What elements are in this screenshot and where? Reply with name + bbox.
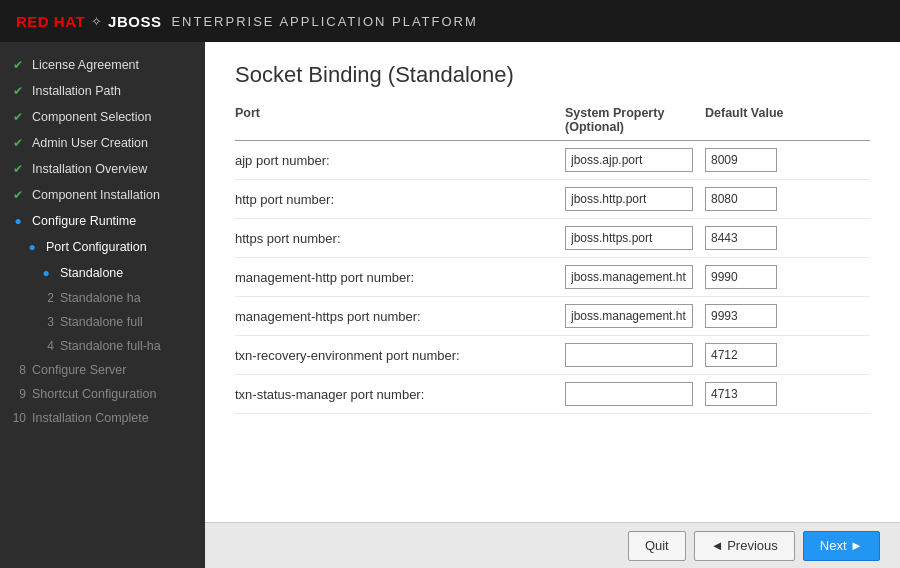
sidebar-label: License Agreement xyxy=(32,58,139,72)
sidebar-label: Admin User Creation xyxy=(32,136,148,150)
default-cell xyxy=(705,343,835,367)
sidebar-item-shortcut-config[interactable]: 9 Shortcut Configuration xyxy=(0,382,205,406)
sidebar-label: Standalone full-ha xyxy=(60,339,161,353)
sidebar-item-component-sel[interactable]: ✔ Component Selection xyxy=(0,104,205,130)
step-num: 3 xyxy=(38,315,54,329)
sysprop-cell xyxy=(565,187,705,211)
txn-status-default-input[interactable] xyxy=(705,382,777,406)
sysprop-cell xyxy=(565,226,705,250)
sidebar-item-port-config[interactable]: ● Port Configuration xyxy=(0,234,205,260)
http-default-input[interactable] xyxy=(705,187,777,211)
port-row-mgmt-http: management-http port number: xyxy=(235,258,870,297)
port-label: txn-recovery-environment port number: xyxy=(235,348,565,363)
step-num: 8 xyxy=(10,363,26,377)
default-cell xyxy=(705,148,835,172)
default-cell xyxy=(705,226,835,250)
port-row-ajp: ajp port number: xyxy=(235,141,870,180)
previous-button[interactable]: ◄ Previous xyxy=(694,531,795,561)
sidebar-item-install-complete[interactable]: 10 Installation Complete xyxy=(0,406,205,430)
col-sysprop-header: System Property(Optional) xyxy=(565,106,705,134)
sidebar-item-standalone-full[interactable]: 3 Standalone full xyxy=(0,310,205,334)
check-icon: ✔ xyxy=(10,187,26,203)
mgmt-http-sysprop-input[interactable] xyxy=(565,265,693,289)
sidebar-item-admin-user[interactable]: ✔ Admin User Creation xyxy=(0,130,205,156)
sidebar-label: Standalone full xyxy=(60,315,143,329)
circle-active-icon: ● xyxy=(24,239,40,255)
sysprop-cell xyxy=(565,382,705,406)
sidebar-item-component-install[interactable]: ✔ Component Installation xyxy=(0,182,205,208)
hat-icon: ✧ xyxy=(91,14,102,29)
check-icon: ✔ xyxy=(10,135,26,151)
page-title: Socket Binding (Standalone) xyxy=(235,62,870,88)
port-row-mgmt-https: management-https port number: xyxy=(235,297,870,336)
sidebar-label: Standalone xyxy=(60,266,123,280)
sysprop-cell xyxy=(565,304,705,328)
default-cell xyxy=(705,382,835,406)
mgmt-https-sysprop-input[interactable] xyxy=(565,304,693,328)
sidebar-item-configure-server[interactable]: 8 Configure Server xyxy=(0,358,205,382)
sidebar: ✔ License Agreement ✔ Installation Path … xyxy=(0,42,205,568)
sidebar-item-standalone[interactable]: ● Standalone xyxy=(0,260,205,286)
port-label: http port number: xyxy=(235,192,565,207)
http-sysprop-input[interactable] xyxy=(565,187,693,211)
logo: RED HAT ✧ JBOSS ENTERPRISE APPLICATION P… xyxy=(16,13,478,30)
app-title-text: ENTERPRISE APPLICATION PLATFORM xyxy=(171,14,477,29)
circle-sub-icon: ● xyxy=(38,265,54,281)
check-icon: ✔ xyxy=(10,109,26,125)
quit-button[interactable]: Quit xyxy=(628,531,686,561)
default-cell xyxy=(705,265,835,289)
sidebar-label: Component Selection xyxy=(32,110,152,124)
sysprop-cell xyxy=(565,265,705,289)
sidebar-label: Standalone ha xyxy=(60,291,141,305)
red-hat-text: RED HAT xyxy=(16,13,85,30)
check-icon: ✔ xyxy=(10,161,26,177)
main-layout: ✔ License Agreement ✔ Installation Path … xyxy=(0,42,900,568)
sidebar-item-configure-runtime[interactable]: ● Configure Runtime xyxy=(0,208,205,234)
col-default-header: Default Value xyxy=(705,106,835,134)
main-content: Socket Binding (Standalone) Port System … xyxy=(205,42,900,568)
mgmt-http-default-input[interactable] xyxy=(705,265,777,289)
footer: Quit ◄ Previous Next ► xyxy=(205,522,900,568)
circle-active-icon: ● xyxy=(10,213,26,229)
sidebar-item-license[interactable]: ✔ License Agreement xyxy=(0,52,205,78)
sidebar-item-install-path[interactable]: ✔ Installation Path xyxy=(0,78,205,104)
default-cell xyxy=(705,187,835,211)
sidebar-label: Port Configuration xyxy=(46,240,147,254)
sidebar-item-standalone-full-ha[interactable]: 4 Standalone full-ha xyxy=(0,334,205,358)
sidebar-label: Installation Path xyxy=(32,84,121,98)
txn-recovery-sysprop-input[interactable] xyxy=(565,343,693,367)
mgmt-https-default-input[interactable] xyxy=(705,304,777,328)
sidebar-item-install-overview[interactable]: ✔ Installation Overview xyxy=(0,156,205,182)
sysprop-cell xyxy=(565,343,705,367)
ajp-sysprop-input[interactable] xyxy=(565,148,693,172)
app-header: RED HAT ✧ JBOSS ENTERPRISE APPLICATION P… xyxy=(0,0,900,42)
sysprop-cell xyxy=(565,148,705,172)
port-label: ajp port number: xyxy=(235,153,565,168)
step-num: 2 xyxy=(38,291,54,305)
port-label: management-https port number: xyxy=(235,309,565,324)
check-icon: ✔ xyxy=(10,57,26,73)
step-num: 10 xyxy=(10,411,26,425)
ajp-default-input[interactable] xyxy=(705,148,777,172)
txn-status-sysprop-input[interactable] xyxy=(565,382,693,406)
check-icon: ✔ xyxy=(10,83,26,99)
sidebar-label: Installation Complete xyxy=(32,411,149,425)
jboss-text: JBOSS xyxy=(108,13,161,30)
sidebar-label: Shortcut Configuration xyxy=(32,387,156,401)
port-label: https port number: xyxy=(235,231,565,246)
https-default-input[interactable] xyxy=(705,226,777,250)
step-num: 4 xyxy=(38,339,54,353)
content-area: Socket Binding (Standalone) Port System … xyxy=(205,42,900,522)
default-cell xyxy=(705,304,835,328)
step-num: 9 xyxy=(10,387,26,401)
sidebar-label: Installation Overview xyxy=(32,162,147,176)
next-button[interactable]: Next ► xyxy=(803,531,880,561)
https-sysprop-input[interactable] xyxy=(565,226,693,250)
col-port-header: Port xyxy=(235,106,565,134)
sidebar-item-standalone-ha[interactable]: 2 Standalone ha xyxy=(0,286,205,310)
port-label: txn-status-manager port number: xyxy=(235,387,565,402)
port-row-https: https port number: xyxy=(235,219,870,258)
sidebar-label: Configure Server xyxy=(32,363,127,377)
txn-recovery-default-input[interactable] xyxy=(705,343,777,367)
table-header: Port System Property(Optional) Default V… xyxy=(235,106,870,141)
